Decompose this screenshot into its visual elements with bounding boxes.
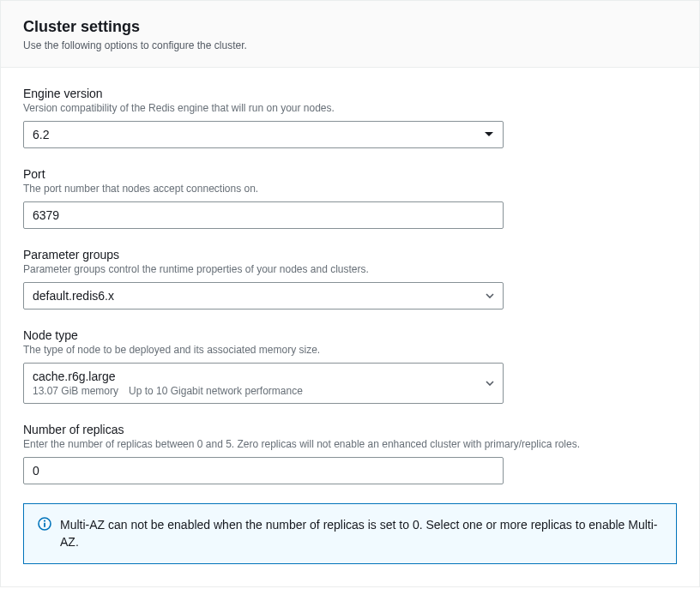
- engine-version-help: Version compatibility of the Redis engin…: [23, 102, 677, 114]
- node-type-group: Node type The type of node to be deploye…: [23, 328, 677, 404]
- port-label: Port: [23, 167, 677, 181]
- node-type-help: The type of node to be deployed and its …: [23, 344, 677, 356]
- parameter-groups-group: Parameter groups Parameter groups contro…: [23, 248, 677, 310]
- parameter-groups-select[interactable]: default.redis6.x: [23, 282, 504, 310]
- engine-version-group: Engine version Version compatibility of …: [23, 87, 677, 148]
- port-group: Port The port number that nodes accept c…: [23, 167, 677, 229]
- cluster-settings-panel: Cluster settings Use the following optio…: [0, 0, 700, 587]
- port-help: The port number that nodes accept connec…: [23, 183, 677, 195]
- replicas-help: Enter the number of replicas between 0 a…: [23, 438, 677, 450]
- panel-subtitle: Use the following options to configure t…: [23, 39, 677, 51]
- node-type-select[interactable]: cache.r6g.large 13.07 GiB memoryUp to 10…: [23, 363, 504, 404]
- panel-title: Cluster settings: [23, 18, 677, 36]
- caret-down-icon: [486, 293, 494, 298]
- engine-version-label: Engine version: [23, 87, 677, 100]
- replicas-group: Number of replicas Enter the number of r…: [23, 423, 677, 484]
- node-type-label: Node type: [23, 328, 677, 342]
- node-type-select-wrapper: cache.r6g.large 13.07 GiB memoryUp to 10…: [23, 363, 504, 404]
- parameter-groups-value: default.redis6.x: [33, 289, 114, 303]
- port-input[interactable]: [23, 201, 504, 229]
- engine-version-select-wrapper: 6.2: [23, 121, 504, 148]
- panel-body: Engine version Version compatibility of …: [1, 68, 699, 586]
- info-alert: Multi-AZ can not be enabled when the num…: [23, 503, 677, 564]
- engine-version-value: 6.2: [33, 128, 49, 141]
- node-type-network: Up to 10 Gigabit network performance: [129, 385, 303, 397]
- panel-header: Cluster settings Use the following optio…: [1, 1, 699, 68]
- node-type-memory: 13.07 GiB memory: [33, 385, 118, 397]
- svg-rect-2: [44, 523, 45, 527]
- svg-point-1: [44, 520, 45, 522]
- node-type-meta: 13.07 GiB memoryUp to 10 Gigabit network…: [33, 385, 303, 397]
- replicas-input[interactable]: [23, 457, 504, 484]
- info-icon: [38, 517, 51, 531]
- node-type-value: cache.r6g.large: [33, 370, 116, 383]
- engine-version-select[interactable]: 6.2: [23, 121, 504, 148]
- parameter-groups-help: Parameter groups control the runtime pro…: [23, 263, 677, 275]
- parameter-groups-label: Parameter groups: [23, 248, 677, 261]
- parameter-groups-select-wrapper: default.redis6.x: [23, 282, 504, 310]
- replicas-label: Number of replicas: [23, 423, 677, 436]
- caret-down-icon: [486, 381, 494, 386]
- caret-down-icon: [484, 131, 494, 138]
- alert-text: Multi-AZ can not be enabled when the num…: [60, 516, 662, 551]
